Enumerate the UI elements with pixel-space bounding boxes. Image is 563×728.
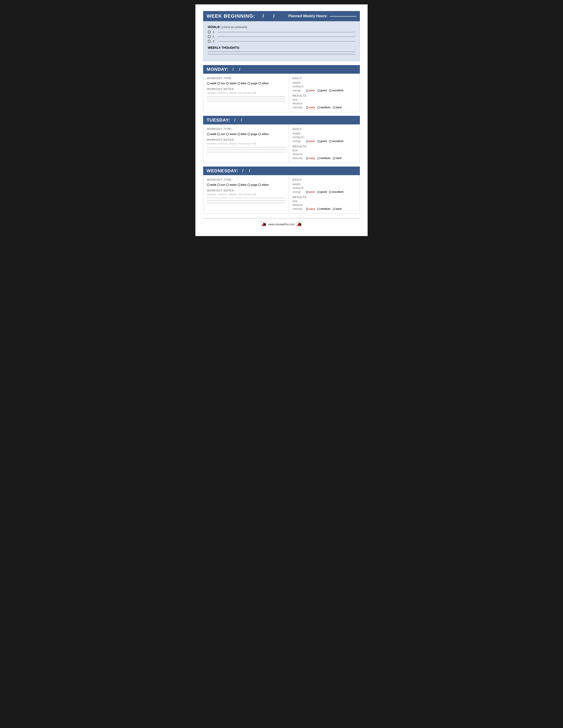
notes-line-0-1[interactable] xyxy=(207,99,285,99)
energy-circle-poor-1[interactable] xyxy=(306,140,309,143)
energy-circle-good-1[interactable] xyxy=(317,140,320,143)
intensity-circle-easy-0[interactable] xyxy=(306,106,309,109)
radio-circle-other-2[interactable] xyxy=(258,184,261,186)
option-bike-1[interactable]: bike xyxy=(237,132,246,136)
intensity-option-medium-2[interactable]: medium xyxy=(317,207,331,210)
intensity-option-easy-0[interactable]: easy xyxy=(306,106,315,109)
energy-option-excellent-0[interactable]: excellent xyxy=(329,89,343,92)
goal-2-checkbox[interactable] xyxy=(208,35,211,38)
goal-item-1: 1. xyxy=(208,30,355,34)
option-yoga-1[interactable]: yoga xyxy=(247,132,257,136)
radio-circle-swim-2[interactable] xyxy=(226,184,229,186)
energy-option-good-0[interactable]: good xyxy=(317,89,327,92)
energy-circle-good-0[interactable] xyxy=(317,89,320,92)
energy-circle-excellent-0[interactable] xyxy=(329,89,332,92)
time-field-2[interactable]: time: xyxy=(293,200,356,203)
intensity-circle-hard-0[interactable] xyxy=(333,106,335,109)
option-run-0[interactable]: run xyxy=(217,82,225,85)
energy-option-poor-1[interactable]: poor xyxy=(306,140,315,143)
option-bike-2[interactable]: bike xyxy=(237,183,246,186)
notes-line-0-0[interactable] xyxy=(207,96,285,97)
energy-option-excellent-2[interactable]: excellent xyxy=(329,190,343,193)
radio-circle-walk-0[interactable] xyxy=(207,82,209,85)
intensity-option-hard-1[interactable]: hard xyxy=(333,157,342,160)
intensity-option-medium-0[interactable]: medium xyxy=(317,106,331,109)
radio-circle-swim-1[interactable] xyxy=(226,133,229,135)
weight-field-0[interactable]: weight: xyxy=(293,81,356,84)
radio-circle-run-1[interactable] xyxy=(217,133,220,135)
goal-1-line[interactable] xyxy=(218,32,355,32)
option-walk-0[interactable]: walk xyxy=(207,82,216,85)
intensity-row-0: intensity:easymediumhard xyxy=(293,106,356,109)
intensity-circle-medium-1[interactable] xyxy=(317,157,320,159)
intensity-option-hard-0[interactable]: hard xyxy=(333,106,342,109)
energy-option-excellent-1[interactable]: excellent xyxy=(329,140,343,143)
weight-field-2[interactable]: weight: xyxy=(293,183,356,186)
distance-field-0[interactable]: distance: xyxy=(293,102,356,105)
energy-option-good-2[interactable]: good xyxy=(317,190,327,193)
energy-circle-poor-2[interactable] xyxy=(306,191,309,193)
intensity-option-easy-1[interactable]: easy xyxy=(306,157,315,160)
option-run-1[interactable]: run xyxy=(217,132,225,136)
option-other-2[interactable]: other xyxy=(258,183,269,186)
intensity-option-easy-2[interactable]: easy xyxy=(306,207,315,210)
goal-3-checkbox[interactable] xyxy=(208,40,211,43)
energy-circle-excellent-1[interactable] xyxy=(329,140,332,143)
energy-circle-excellent-2[interactable] xyxy=(329,191,332,193)
energy-circle-poor-0[interactable] xyxy=(306,89,309,92)
option-other-1[interactable]: other xyxy=(258,132,269,136)
intensity-circle-medium-0[interactable] xyxy=(317,106,320,109)
radio-circle-yoga-1[interactable] xyxy=(247,133,250,135)
option-walk-1[interactable]: walk xyxy=(207,132,216,136)
option-other-0[interactable]: other xyxy=(258,82,269,85)
energy-option-poor-2[interactable]: poor xyxy=(306,190,315,193)
option-swim-1[interactable]: swim xyxy=(226,132,237,136)
intensity-circle-hard-2[interactable] xyxy=(333,208,335,210)
radio-circle-bike-1[interactable] xyxy=(237,133,240,135)
intensity-circle-easy-1[interactable] xyxy=(306,157,309,159)
time-field-1[interactable]: time: xyxy=(293,149,356,152)
planned-hours-line[interactable] xyxy=(330,16,356,17)
goal-1-checkbox[interactable] xyxy=(208,30,211,34)
radio-circle-swim-0[interactable] xyxy=(226,82,229,85)
thoughts-line-2[interactable] xyxy=(208,54,355,54)
radio-circle-run-2[interactable] xyxy=(217,184,220,186)
radio-circle-run-0[interactable] xyxy=(217,82,220,85)
resting-hr-field-0[interactable]: resting hr: xyxy=(293,85,356,88)
option-bike-0[interactable]: bike xyxy=(237,82,246,85)
intensity-option-hard-2[interactable]: hard xyxy=(333,207,342,210)
option-run-2[interactable]: run xyxy=(217,183,225,186)
intensity-circle-hard-1[interactable] xyxy=(333,157,335,159)
notes-line-2-2[interactable] xyxy=(207,203,285,203)
energy-option-poor-0[interactable]: poor xyxy=(306,89,315,92)
radio-circle-other-1[interactable] xyxy=(258,133,261,135)
option-swim-2[interactable]: swim xyxy=(226,183,237,186)
energy-circle-good-2[interactable] xyxy=(317,191,320,193)
radio-circle-yoga-2[interactable] xyxy=(247,184,250,186)
notes-line-1-2[interactable] xyxy=(207,152,285,152)
radio-circle-other-0[interactable] xyxy=(258,82,261,85)
option-walk-2[interactable]: walk xyxy=(207,183,216,186)
time-field-0[interactable]: time: xyxy=(293,98,356,101)
option-swim-0[interactable]: swim xyxy=(226,82,237,85)
notes-line-2-1[interactable] xyxy=(207,200,285,201)
radio-circle-bike-0[interactable] xyxy=(237,82,240,85)
resting-hr-field-1[interactable]: resting hr: xyxy=(293,136,356,139)
radio-circle-walk-1[interactable] xyxy=(207,133,209,135)
radio-circle-bike-2[interactable] xyxy=(237,184,240,186)
intensity-circle-easy-2[interactable] xyxy=(306,208,309,210)
intensity-circle-medium-2[interactable] xyxy=(317,208,320,210)
resting-hr-field-2[interactable]: resting hr: xyxy=(293,186,356,190)
intensity-option-medium-1[interactable]: medium xyxy=(317,157,331,160)
option-yoga-2[interactable]: yoga xyxy=(247,183,257,186)
notes-line-1-0[interactable] xyxy=(207,147,285,147)
radio-circle-walk-2[interactable] xyxy=(207,184,209,186)
distance-field-1[interactable]: distance: xyxy=(293,153,356,156)
goal-2-line[interactable] xyxy=(218,37,355,37)
radio-circle-yoga-0[interactable] xyxy=(247,82,250,85)
option-yoga-0[interactable]: yoga xyxy=(247,82,257,85)
energy-option-good-1[interactable]: good xyxy=(317,140,327,143)
distance-field-2[interactable]: distance: xyxy=(293,203,356,206)
weight-field-1[interactable]: weight: xyxy=(293,132,356,135)
thoughts-line-1[interactable] xyxy=(208,52,355,52)
